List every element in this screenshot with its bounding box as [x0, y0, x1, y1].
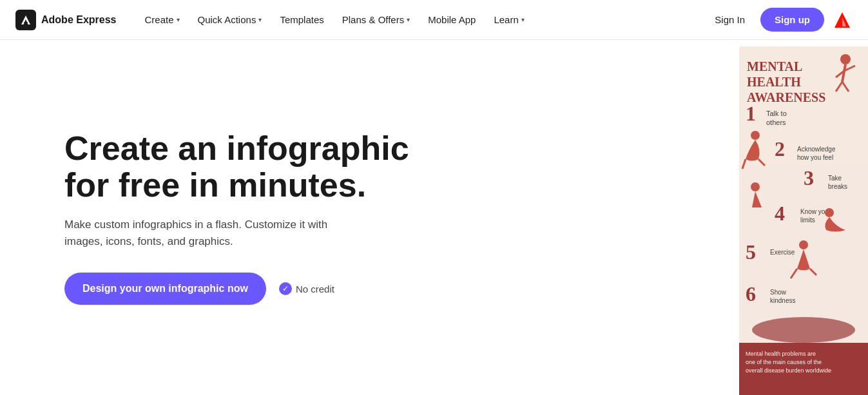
nav-right: Sign In Sign up	[707, 8, 853, 32]
chevron-down-icon: ▾	[521, 16, 525, 23]
svg-rect-0	[19, 13, 33, 27]
svg-text:limits: limits	[800, 217, 815, 224]
logo-text: Adobe Express	[41, 14, 116, 26]
svg-text:HEALTH: HEALTH	[747, 75, 801, 89]
svg-text:AWARENESS: AWARENESS	[747, 90, 825, 104]
hero-subtitle: Make custom infographics in a flash. Cus…	[64, 217, 361, 249]
svg-text:Show: Show	[770, 289, 787, 296]
hero-section: Create an infographic for free in minute…	[64, 130, 425, 305]
no-credit-badge: ✓ No credit	[279, 282, 334, 295]
hero-actions: Design your own infographic now ✓ No cre…	[64, 273, 425, 305]
nav-templates[interactable]: Templates	[272, 9, 331, 30]
nav-links: Create ▾ Quick Actions ▾ Templates Plans…	[137, 9, 707, 30]
svg-point-16	[751, 131, 760, 140]
svg-text:1: 1	[746, 102, 756, 125]
sign-in-button[interactable]: Sign In	[707, 9, 753, 30]
svg-text:Take: Take	[828, 175, 842, 182]
svg-point-38	[752, 317, 855, 343]
svg-text:kindness: kindness	[770, 297, 795, 304]
svg-text:3: 3	[804, 166, 814, 189]
nav-create[interactable]: Create ▾	[137, 9, 187, 30]
chevron-down-icon: ▾	[407, 16, 410, 23]
chevron-down-icon: ▾	[177, 16, 180, 23]
nav-plans-offers[interactable]: Plans & Offers ▾	[334, 9, 418, 30]
svg-text:Talk to: Talk to	[766, 110, 787, 117]
main-content: Create an infographic for free in minute…	[0, 40, 868, 395]
svg-point-29	[825, 208, 834, 217]
logo-icon	[15, 10, 36, 30]
infographic-svg: MENTAL HEALTH AWARENESS 1 Talk to others	[739, 46, 868, 395]
svg-text:breaks: breaks	[828, 183, 847, 190]
chevron-down-icon: ▾	[258, 16, 262, 23]
infographic-content: MENTAL HEALTH AWARENESS 1 Talk to others	[739, 46, 868, 395]
svg-text:4: 4	[775, 202, 785, 225]
cta-button[interactable]: Design your own infographic now	[64, 273, 266, 305]
svg-text:5: 5	[746, 240, 756, 264]
svg-text:6: 6	[746, 282, 756, 305]
svg-text:Exercise: Exercise	[770, 249, 795, 256]
nav-quick-actions[interactable]: Quick Actions ▾	[190, 9, 270, 30]
svg-text:MENTAL: MENTAL	[747, 59, 802, 73]
sign-up-button[interactable]: Sign up	[760, 8, 824, 32]
svg-text:Acknowledge: Acknowledge	[797, 146, 836, 153]
svg-text:one of the main causes of the: one of the main causes of the	[746, 359, 822, 365]
svg-point-7	[840, 54, 851, 64]
nav-mobile-app[interactable]: Mobile App	[420, 9, 483, 30]
hero-title: Create an infographic for free in minute…	[64, 130, 425, 204]
no-credit-text: No credit	[296, 284, 334, 294]
check-circle-icon: ✓	[279, 282, 292, 295]
navigation: Adobe Express Create ▾ Quick Actions ▾ T…	[0, 0, 868, 40]
svg-text:overall disease burden worldwi: overall disease burden worldwide	[746, 367, 831, 374]
svg-text:2: 2	[775, 137, 785, 160]
svg-text:Mental health problems are: Mental health problems are	[746, 351, 816, 357]
logo-link[interactable]: Adobe Express	[15, 10, 116, 30]
svg-point-25	[751, 182, 760, 191]
svg-point-32	[799, 240, 808, 249]
svg-text:others: others	[766, 119, 786, 126]
svg-text:how you feel: how you feel	[797, 154, 833, 161]
hero-infographic: MENTAL HEALTH AWARENESS 1 Talk to others	[739, 46, 868, 395]
nav-learn[interactable]: Learn ▾	[486, 9, 532, 30]
adobe-logo-icon	[832, 10, 853, 30]
